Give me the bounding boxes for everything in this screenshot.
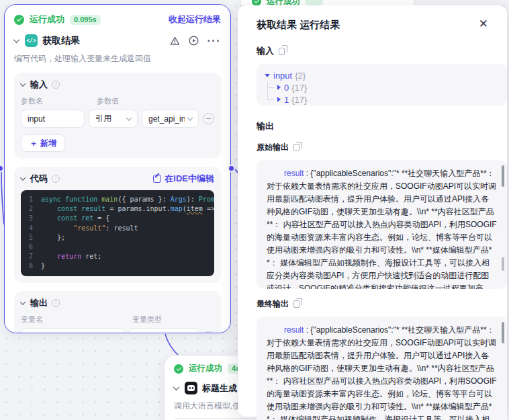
- code-section-title: 代码: [30, 173, 48, 185]
- var-type-label: 变量类型: [132, 314, 162, 325]
- raw-output-text: {"applicableScenarios":"* **社交聊天输入型产品**：…: [267, 169, 497, 289]
- success-check-icon: [174, 364, 183, 374]
- copy-icon[interactable]: [279, 48, 285, 55]
- tree-count: {17}: [291, 83, 307, 93]
- final-output-box[interactable]: result : {"applicableScenarios":"* **社交聊…: [257, 317, 507, 420]
- var-name-input[interactable]: result: [21, 328, 125, 333]
- chevron-down-icon: [187, 115, 193, 120]
- line-number: 6: [21, 243, 41, 252]
- more-options-icon[interactable]: ···: [207, 35, 221, 47]
- line-number: 4: [21, 224, 41, 233]
- raw-output-label: 原始输出: [257, 142, 289, 153]
- var-type-select[interactable]: String: [129, 328, 199, 333]
- code-line: 4 "result": result: [21, 224, 214, 233]
- plus-icon: ＋: [30, 138, 38, 149]
- add-param-button[interactable]: ＋ 新增: [21, 134, 65, 152]
- code-line: 3 const ret = {: [21, 214, 214, 223]
- chevron-down-icon: [126, 115, 132, 120]
- code-section: 代码 i 在IDE中编辑 1async function main({ para…: [14, 167, 221, 283]
- chevron-down-icon[interactable]: [20, 299, 26, 304]
- caret-right-icon[interactable]: [277, 97, 281, 102]
- tree-guide: [267, 93, 276, 99]
- line-number: 8: [21, 261, 41, 271]
- edit-in-ide-label: 在IDE中编辑: [165, 173, 214, 185]
- chevron-down-icon[interactable]: [20, 175, 26, 180]
- remove-param-button[interactable]: [203, 113, 214, 124]
- copy-icon[interactable]: [293, 144, 299, 151]
- edit-in-ide-link[interactable]: 在IDE中编辑: [153, 173, 214, 185]
- code-line: 6: [21, 243, 214, 252]
- line-number: 7: [21, 252, 41, 261]
- output-port[interactable]: [228, 165, 235, 172]
- node-title: 获取结果: [42, 35, 80, 47]
- panel-scrollbar-thumb[interactable]: [502, 257, 504, 271]
- info-icon: i: [52, 175, 60, 183]
- result-separator: :: [304, 169, 310, 178]
- code-node-card[interactable]: 运行成功 0.095s 收起运行结果 </> 获取结果 ··· 编写代码，处理输…: [4, 4, 231, 333]
- result-separator: :: [304, 325, 310, 335]
- panel-output-label: 输出: [257, 120, 274, 132]
- line-number: 5: [21, 233, 41, 243]
- param-mode-value: 引用: [95, 113, 111, 124]
- tree-key: input: [273, 71, 292, 81]
- run-status-label: 运行成功: [189, 363, 222, 374]
- tree-count: {2}: [295, 71, 306, 81]
- edit-pencil-icon: [153, 175, 161, 183]
- llm-node-icon: [185, 382, 197, 394]
- param-name-input[interactable]: input: [21, 110, 85, 128]
- run-result-panel: 获取结果 运行结果 ✕ 输入 input{2}0{17}1{17} 输出 原始输…: [238, 5, 507, 417]
- run-status-label: 运行成功: [30, 13, 64, 26]
- tree-guide: [267, 82, 276, 93]
- output-section: 输出 i 变量名 变量类型 result String ＋ 新增: [14, 291, 221, 333]
- code-node-icon: </>: [25, 34, 38, 47]
- tree-row[interactable]: input{2}: [265, 69, 499, 81]
- run-node-play-icon[interactable]: [189, 36, 199, 46]
- code-editor[interactable]: 1async function main({ params }: Args): …: [21, 190, 214, 276]
- scrollbar-thumb[interactable]: [502, 322, 504, 343]
- info-icon: i: [52, 299, 60, 307]
- code-line: 1async function main({ params }: Args): …: [21, 195, 214, 204]
- result-key: result: [284, 325, 304, 335]
- panel-title: 获取结果 运行结果: [257, 19, 340, 32]
- chevron-down-icon[interactable]: [20, 81, 26, 86]
- run-duration-badge: 0.095s: [70, 15, 101, 25]
- code-line: 7 return ret;: [21, 252, 214, 261]
- copy-icon[interactable]: [293, 300, 299, 308]
- raw-output-box[interactable]: result : {"applicableScenarios":"* **社交聊…: [257, 160, 507, 289]
- success-check-icon: [14, 15, 24, 25]
- scrollbar-thumb[interactable]: [502, 165, 504, 187]
- node-description: 编写代码，处理输入变量来生成返回值: [14, 53, 221, 65]
- caret-down-icon[interactable]: [265, 74, 270, 77]
- tree-key: 1: [284, 95, 289, 105]
- param-ref-value: get_api_info: [148, 114, 185, 124]
- collapse-run-result-link[interactable]: 收起运行结果: [169, 13, 221, 26]
- param-ref-select[interactable]: get_api_info: [142, 110, 199, 128]
- run-status-bar: 运行成功 0.095s 收起运行结果: [14, 13, 221, 26]
- close-icon[interactable]: ✕: [479, 19, 488, 29]
- tree-row[interactable]: 0{17}: [265, 81, 499, 93]
- add-param-label: 新增: [40, 138, 56, 149]
- param-value-label: 参数值: [97, 96, 119, 106]
- final-output-label: 最终输出: [257, 298, 289, 310]
- input-section-title: 输入: [30, 79, 48, 91]
- var-name-label: 变量名: [21, 314, 132, 325]
- tree-row[interactable]: 1{17}: [265, 93, 499, 106]
- line-number: 3: [21, 214, 41, 223]
- var-type-value: String: [136, 333, 156, 334]
- input-section: 输入 i 参数名 参数值 input 引用 get_api_info ＋ 新增: [14, 73, 221, 159]
- chevron-down-icon[interactable]: [173, 384, 180, 390]
- tree-count: {17}: [291, 95, 307, 105]
- alert-triangle-icon[interactable]: [170, 36, 180, 46]
- caret-right-icon[interactable]: [277, 85, 281, 90]
- input-tree[interactable]: input{2}0{17}1{17}: [257, 64, 507, 106]
- param-mode-select[interactable]: 引用: [89, 110, 138, 128]
- chevron-down-icon[interactable]: [13, 36, 20, 43]
- hidden-node-duration-badge: [306, 0, 323, 5]
- node-title: 标题生成: [202, 382, 237, 394]
- panel-input-label: 输入: [257, 45, 274, 57]
- param-name-label: 参数名: [21, 96, 97, 106]
- node-header: </> 获取结果 ···: [14, 34, 221, 47]
- remove-var-button[interactable]: [203, 331, 214, 333]
- tree-key: 0: [284, 83, 289, 93]
- line-number: 2: [21, 204, 41, 214]
